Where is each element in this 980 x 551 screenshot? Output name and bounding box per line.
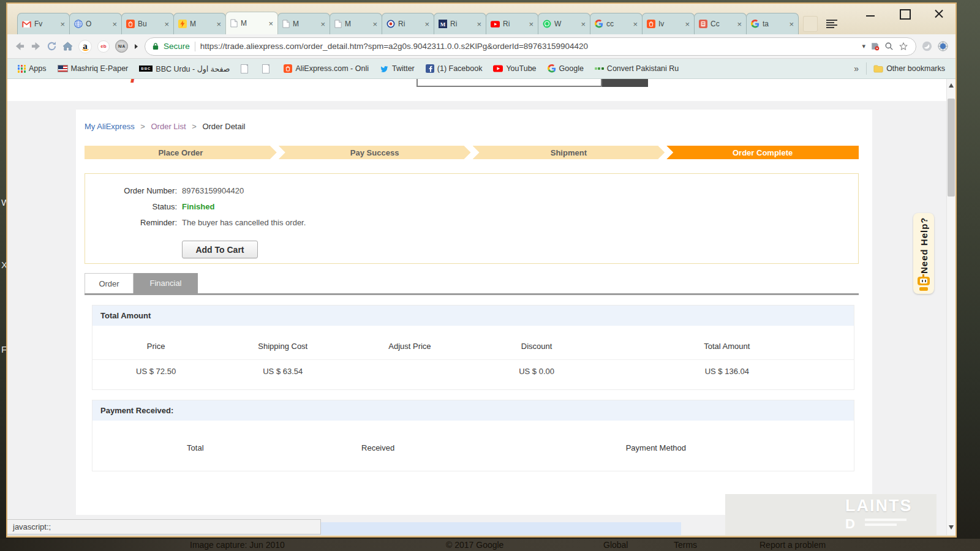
address-bar[interactable]: Secure https://trade.aliexpress.com/orde… bbox=[145, 37, 916, 56]
globe-icon bbox=[74, 20, 83, 28]
step-shipment: Shipment bbox=[473, 146, 665, 159]
close-icon[interactable]: × bbox=[112, 20, 117, 28]
need-help-widget[interactable]: Need Help? bbox=[913, 213, 934, 294]
close-icon[interactable]: × bbox=[320, 20, 325, 28]
breadcrumb-order-list[interactable]: Order List bbox=[151, 122, 186, 131]
url-divider bbox=[195, 42, 195, 51]
url-text[interactable]: https://trade.aliexpress.com/order_detai… bbox=[200, 42, 858, 51]
watermark-text: D bbox=[845, 516, 855, 532]
bookmark-label: Twitter bbox=[392, 64, 415, 73]
bookmark-document[interactable] bbox=[258, 64, 277, 73]
bookmark-facebook[interactable]: (1) Facebook bbox=[421, 64, 487, 73]
close-icon[interactable]: × bbox=[789, 20, 794, 28]
bookmark-google[interactable]: Google bbox=[543, 64, 588, 73]
close-icon[interactable]: × bbox=[477, 20, 481, 28]
scroll-down-icon[interactable] bbox=[949, 525, 954, 530]
amazon-icon[interactable]: a bbox=[78, 40, 92, 53]
tab-whatsapp[interactable]: W × bbox=[538, 13, 590, 34]
column-total: Total bbox=[92, 443, 298, 452]
scrollbar-thumb[interactable] bbox=[948, 99, 955, 197]
tab-target[interactable]: Ri × bbox=[382, 13, 434, 34]
bookmark-label: Google bbox=[559, 64, 584, 73]
bookmark-aliexpress[interactable]: AliExpress.com - Onli bbox=[279, 64, 372, 73]
bookmark-youtube[interactable]: YouTube bbox=[489, 64, 540, 73]
zoom-icon[interactable] bbox=[884, 42, 894, 51]
blocked-content-icon[interactable] bbox=[870, 42, 880, 51]
search-button[interactable] bbox=[602, 79, 648, 87]
bookmark-bbc-urdu[interactable]: BBC BBC Urdu - صفحة اول bbox=[135, 64, 234, 73]
close-icon[interactable]: × bbox=[216, 20, 221, 28]
forward-icon[interactable] bbox=[31, 42, 41, 51]
back-icon[interactable] bbox=[15, 42, 25, 51]
other-bookmarks-label: Other bookmarks bbox=[886, 64, 945, 73]
tab-active-document[interactable]: M × bbox=[225, 12, 278, 34]
home-icon[interactable] bbox=[62, 42, 73, 51]
step-pay-success: Pay Success bbox=[279, 146, 471, 159]
close-icon[interactable]: × bbox=[633, 20, 638, 28]
breadcrumb-my-aliexpress[interactable]: My AliExpress bbox=[85, 122, 135, 131]
add-to-cart-button[interactable]: Add To Cart bbox=[182, 241, 258, 258]
tab-aliexpress[interactable]: Iv × bbox=[642, 13, 695, 34]
bookmark-twitter[interactable]: Twitter bbox=[375, 64, 419, 73]
scrollbar[interactable] bbox=[946, 79, 956, 535]
ebay-icon[interactable]: eb bbox=[97, 40, 110, 53]
scroll-up-icon[interactable] bbox=[949, 83, 954, 88]
apps-button[interactable]: Apps bbox=[13, 64, 51, 73]
close-icon[interactable]: × bbox=[685, 20, 690, 28]
tab-financial[interactable]: Financial bbox=[134, 273, 198, 293]
close-window-button[interactable] bbox=[931, 7, 947, 21]
bookmark-mashriq[interactable]: Mashriq E-Paper bbox=[53, 64, 133, 73]
new-tab-button[interactable] bbox=[803, 16, 818, 32]
close-icon[interactable]: × bbox=[529, 20, 533, 28]
order-number-row: Order Number: 89763159904420 bbox=[85, 186, 858, 197]
tab-youtube[interactable]: Ri × bbox=[486, 13, 538, 34]
terms-link[interactable]: Terms bbox=[674, 540, 697, 550]
extension-globe-icon[interactable] bbox=[938, 41, 948, 51]
global-link[interactable]: Global bbox=[603, 540, 628, 550]
close-icon[interactable]: × bbox=[424, 20, 429, 28]
tab-aliexpress[interactable]: Bu × bbox=[121, 13, 174, 34]
detail-tabs: Order Financial bbox=[85, 273, 859, 295]
search-input[interactable] bbox=[417, 79, 602, 87]
tab-order[interactable]: Order bbox=[85, 273, 134, 293]
tab-flash[interactable]: M × bbox=[173, 13, 226, 34]
tab-google[interactable]: cc × bbox=[590, 13, 643, 34]
download-manager-icon[interactable] bbox=[922, 41, 932, 51]
tab-label: Fv bbox=[34, 20, 57, 28]
close-icon[interactable]: × bbox=[268, 20, 273, 28]
tab-document[interactable]: M × bbox=[277, 13, 330, 34]
tab-cb[interactable]: Cc × bbox=[694, 13, 747, 34]
browser-window: Fv × O × Bu × M × bbox=[6, 2, 957, 538]
tab-list-icon[interactable] bbox=[826, 20, 837, 29]
minimize-button[interactable] bbox=[862, 7, 878, 21]
close-icon[interactable]: × bbox=[581, 20, 586, 28]
close-icon[interactable]: × bbox=[164, 20, 169, 28]
order-detail-card: My AliExpress > Order List > Order Detai… bbox=[76, 110, 872, 515]
na-badge-icon[interactable]: N/A bbox=[115, 40, 128, 53]
close-icon[interactable]: × bbox=[372, 20, 377, 28]
tab-label: M bbox=[345, 20, 369, 28]
other-bookmarks-button[interactable]: Other bookmarks bbox=[869, 64, 949, 73]
close-icon[interactable]: × bbox=[737, 20, 742, 28]
gmail-icon bbox=[22, 20, 31, 28]
document-icon bbox=[241, 64, 248, 73]
bookmark-convert[interactable]: Convert Pakistani Ru bbox=[590, 64, 683, 73]
tab-gmail[interactable]: Fv × bbox=[17, 13, 70, 34]
chevron-down-icon[interactable]: ▾ bbox=[862, 42, 865, 50]
price-value: US $ 72.50 bbox=[92, 367, 219, 376]
refresh-icon[interactable] bbox=[47, 41, 57, 51]
youtube-icon bbox=[493, 65, 503, 72]
report-problem-link[interactable]: Report a problem bbox=[760, 540, 826, 550]
bookmarks-overflow-icon[interactable]: » bbox=[849, 64, 864, 73]
tab-document[interactable]: M × bbox=[330, 13, 382, 34]
tab-globe[interactable]: O × bbox=[69, 13, 122, 34]
close-icon[interactable]: × bbox=[60, 20, 65, 28]
maximize-button[interactable] bbox=[897, 7, 913, 21]
breadcrumb-order-detail: Order Detail bbox=[202, 122, 245, 131]
apps-grid-icon bbox=[18, 65, 26, 73]
tab-google[interactable]: ta × bbox=[746, 13, 799, 34]
document-icon bbox=[282, 20, 290, 28]
bookmark-document[interactable] bbox=[236, 64, 255, 73]
tab-m-badge[interactable]: M Ri × bbox=[434, 13, 486, 34]
bookmark-star-icon[interactable] bbox=[899, 42, 908, 51]
